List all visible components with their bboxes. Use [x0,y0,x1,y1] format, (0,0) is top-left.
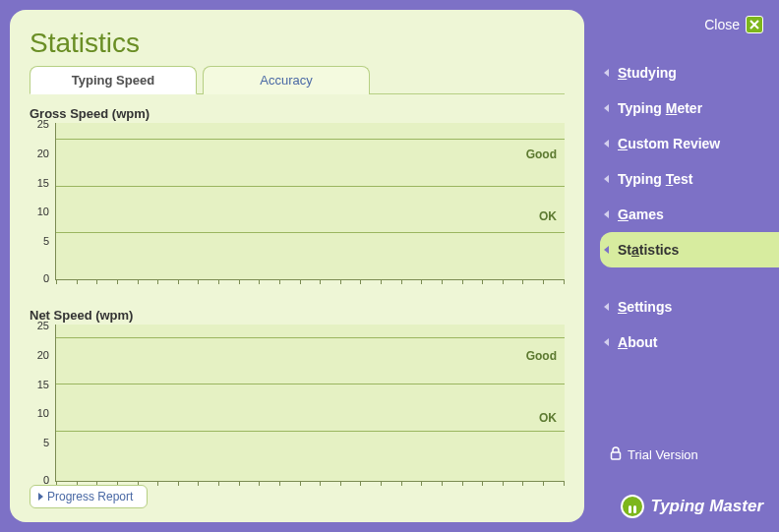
sidebar-item-label: Custom Review [618,136,720,151]
page-title: Statistics [30,28,565,59]
sidebar-item-label: Studying [618,65,677,81]
trial-version-button[interactable]: Trial Version [610,446,698,463]
arrow-left-icon [604,338,609,346]
gridline [56,232,565,233]
arrow-left-icon [604,175,609,183]
trial-version-label: Trial Version [628,447,698,462]
y-tick: 25 [37,321,49,331]
gridline [56,384,565,384]
lock-icon [610,446,622,463]
close-label: Close [704,17,740,32]
sidebar-item-label: Statistics [618,242,679,258]
y-tick: 10 [37,408,49,419]
sidebar-item-custom-review[interactable]: Custom Review [600,126,769,161]
y-tick: 0 [43,273,49,284]
plot-area: GoodOK [55,123,565,280]
sidebar-item-settings[interactable]: Settings [600,289,769,325]
sidebar-item-typing-test[interactable]: Typing Test [600,161,769,197]
y-tick: 20 [37,148,49,159]
sidebar-item-about[interactable]: About [600,325,769,360]
y-tick: 25 [37,119,49,130]
main-panel: Statistics Typing Speed Accuracy Gross S… [10,10,584,522]
band-label: OK [539,209,557,223]
band-label: Good [526,148,557,161]
brand-name: Typing Master [650,497,763,516]
y-tick: 5 [43,438,49,448]
progress-report-button[interactable]: Progress Report [30,485,148,508]
y-tick: 15 [37,178,49,189]
gridline [56,139,565,140]
sidebar-item-label: Games [618,207,664,222]
chart-title: Net Speed (wpm) [30,308,565,323]
brand-logo-icon [621,495,644,518]
plot-area: GoodOK [55,325,565,482]
tab-accuracy[interactable]: Accuracy [203,66,370,94]
progress-report-label: Progress Report [47,490,133,503]
gridline [56,186,565,187]
sidebar-item-games[interactable]: Games [600,197,769,232]
chart-0: Gross Speed (wpm)2520151050GoodOK [30,106,565,280]
band-label: Good [526,349,557,363]
gridline [56,431,565,432]
arrow-left-icon [604,303,609,311]
arrow-right-icon [38,493,43,501]
chart-title: Gross Speed (wpm) [30,106,565,121]
sidebar-item-label: Typing Meter [618,100,702,116]
sidebar-item-typing-meter[interactable]: Typing Meter [600,90,769,126]
arrow-left-icon [604,69,609,77]
x-ticks [56,279,565,284]
arrow-left-icon [604,140,609,148]
close-icon [746,16,763,33]
tabs: Typing Speed Accuracy [30,65,565,94]
y-axis: 2520151050 [30,325,55,482]
gridline [56,337,565,338]
arrow-left-icon [604,210,609,218]
sidebar-item-label: Typing Test [618,171,692,187]
svg-rect-0 [612,452,621,459]
y-tick: 5 [43,236,49,247]
y-axis: 2520151050 [30,123,55,280]
tab-typing-speed[interactable]: Typing Speed [30,66,197,94]
sidebar-nav: StudyingTyping MeterCustom ReviewTyping … [600,55,769,360]
y-tick: 15 [37,380,49,390]
sidebar-item-label: About [618,334,657,350]
sidebar-item-statistics[interactable]: Statistics [600,232,779,267]
y-tick: 10 [37,207,49,217]
arrow-left-icon [604,246,609,254]
y-tick: 20 [37,350,49,361]
charts-container: Gross Speed (wpm)2520151050GoodOKNet Spe… [30,106,565,482]
arrow-left-icon [604,104,609,112]
chart-1: Net Speed (wpm)2520151050GoodOK [30,308,565,482]
sidebar-item-label: Settings [618,299,672,315]
sidebar-item-studying[interactable]: Studying [600,55,769,90]
band-label: OK [539,411,557,425]
close-button[interactable]: Close [704,16,763,33]
brand: Typing Master [621,495,763,518]
